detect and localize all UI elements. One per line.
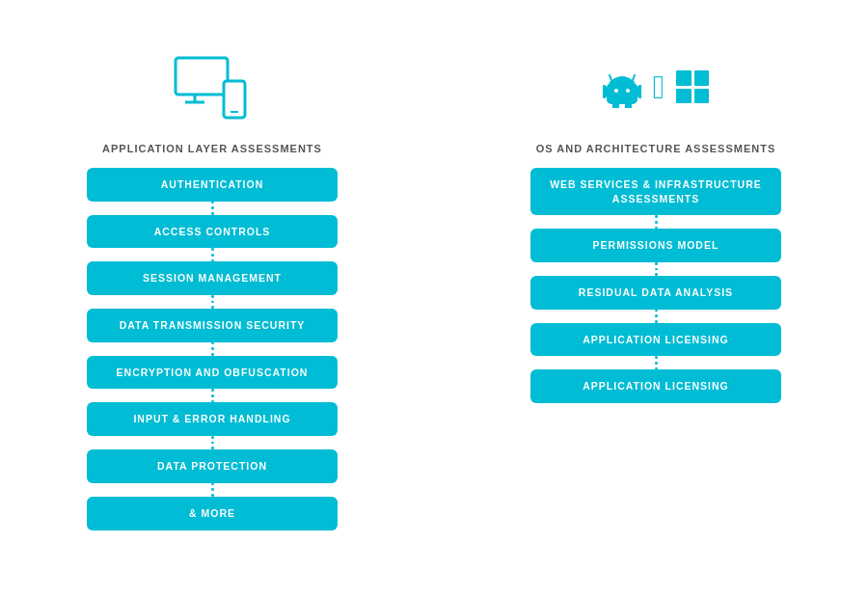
right-icon-area:  — [603, 39, 709, 135]
connector — [655, 215, 657, 229]
device-icon — [174, 48, 251, 125]
connector — [655, 262, 657, 276]
right-card-2: RESIDUAL DATA ANALYSIS — [530, 276, 781, 310]
os-icons:  — [603, 66, 709, 108]
connector — [211, 389, 213, 402]
svg-rect-5 — [607, 83, 637, 104]
dot — [211, 394, 214, 397]
dot — [655, 310, 658, 313]
svg-rect-12 — [612, 102, 619, 108]
diagram: APPLICATION LAYER ASSESSMENTS AUTHENTICA… — [19, 19, 849, 579]
left-column: APPLICATION LAYER ASSESSMENTS AUTHENTICA… — [19, 39, 405, 530]
svg-point-9 — [626, 89, 630, 93]
connector — [211, 202, 213, 215]
right-card-1: PERMISSIONS MODEL — [530, 229, 781, 262]
windows-icon — [676, 70, 709, 103]
win-pane-3 — [676, 89, 692, 104]
dot — [655, 215, 658, 218]
dot — [655, 362, 658, 365]
right-column:  OS AND ARCHITECTURE ASSESSMENTS WEB SE… — [463, 39, 849, 403]
connector — [655, 356, 657, 369]
dot — [211, 483, 214, 486]
dot — [655, 221, 658, 224]
left-card-6: DATA PROTECTION — [87, 449, 338, 483]
dot — [655, 356, 658, 359]
left-card-2: SESSION MANAGEMENT — [87, 261, 338, 295]
connector — [211, 483, 213, 497]
connector — [655, 310, 657, 323]
connector — [211, 248, 213, 261]
dot — [211, 248, 214, 251]
dot — [211, 202, 214, 204]
android-icon — [603, 66, 641, 108]
win-pane-2 — [694, 70, 710, 86]
right-card-4: APPLICATION LICENSING — [530, 369, 781, 403]
dot — [211, 488, 214, 491]
apple-icon:  — [653, 70, 665, 103]
svg-rect-11 — [637, 85, 641, 98]
svg-rect-10 — [603, 85, 607, 98]
left-card-list: AUTHENTICATIONACCESS CONTROLSSESSION MAN… — [19, 168, 405, 530]
dot — [211, 436, 214, 439]
dot — [211, 301, 214, 304]
win-pane-1 — [676, 70, 692, 86]
left-card-7: & MORE — [87, 497, 338, 530]
dot — [655, 262, 658, 265]
right-card-3: APPLICATION LICENSING — [530, 323, 781, 357]
dot — [211, 206, 214, 209]
connector — [211, 295, 213, 309]
dot — [211, 442, 214, 445]
dot — [655, 314, 658, 317]
connector — [211, 342, 213, 356]
dot — [655, 268, 658, 271]
right-card-list: WEB SERVICES & INFRASTRUCTURE ASSESSMENT… — [463, 168, 849, 403]
left-card-3: DATA TRANSMISSION SECURITY — [87, 309, 338, 342]
left-card-1: ACCESS CONTROLS — [87, 215, 338, 249]
dot — [211, 389, 214, 392]
connector — [211, 436, 213, 449]
left-card-0: AUTHENTICATION — [87, 168, 338, 202]
left-column-title: APPLICATION LAYER ASSESSMENTS — [102, 143, 322, 154]
left-card-5: INPUT & ERROR HANDLING — [87, 402, 338, 436]
svg-rect-0 — [176, 58, 228, 95]
dot — [211, 342, 214, 345]
dot — [211, 347, 214, 350]
svg-point-8 — [614, 89, 618, 93]
left-card-4: ENCRYPTION AND OBFUSCATION — [87, 356, 338, 390]
dot — [211, 254, 214, 257]
right-card-0: WEB SERVICES & INFRASTRUCTURE ASSESSMENT… — [530, 168, 781, 215]
right-column-title: OS AND ARCHITECTURE ASSESSMENTS — [536, 143, 776, 154]
svg-rect-13 — [625, 102, 632, 108]
dot — [211, 295, 214, 298]
win-pane-4 — [694, 89, 710, 104]
left-icon-area — [174, 39, 251, 135]
